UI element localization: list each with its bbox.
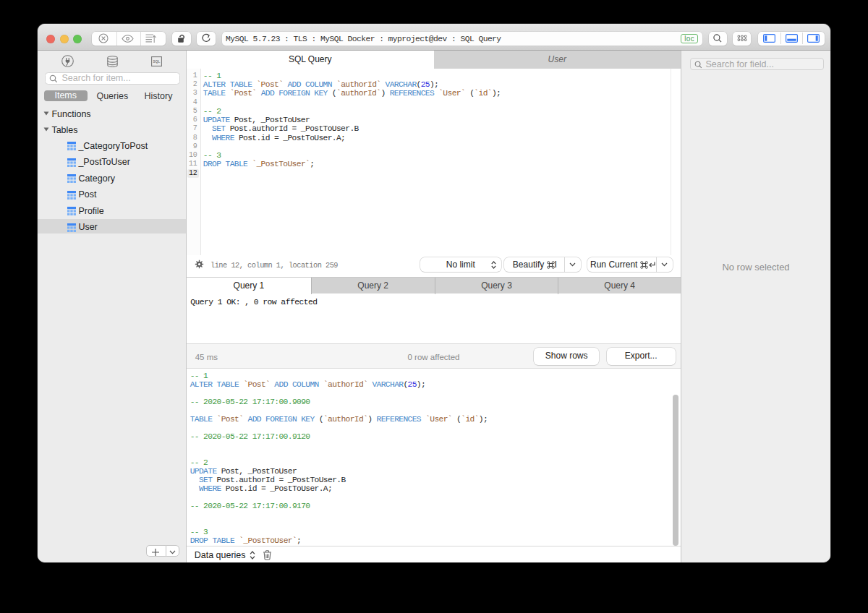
svg-text:SQL: SQL — [153, 60, 160, 64]
